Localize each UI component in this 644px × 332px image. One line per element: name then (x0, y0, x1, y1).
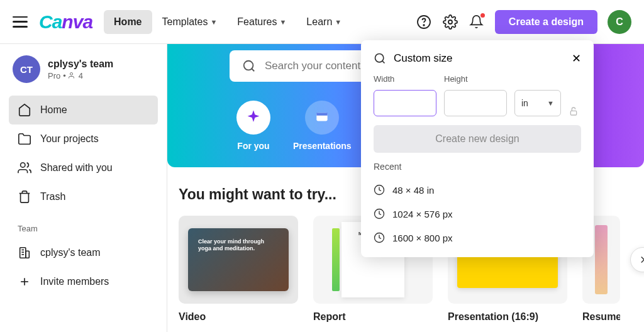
category-for-you[interactable]: For you (236, 101, 270, 151)
bell-icon[interactable] (469, 14, 485, 30)
team-meta: Pro•4 (48, 71, 113, 80)
sidebar: CT cplysy's team Pro•4 Home Your project… (0, 44, 167, 332)
recent-size-label: 1600 × 800 px (392, 233, 453, 243)
sidebar-item-team[interactable]: cplysy's team (9, 238, 158, 267)
category-label: Presentations (293, 141, 352, 151)
presentation-icon (305, 101, 339, 135)
category-presentations[interactable]: Presentations (293, 101, 352, 151)
svg-line-17 (382, 61, 385, 64)
clock-icon (374, 184, 385, 196)
nav-label: Home (114, 16, 142, 28)
svg-rect-15 (317, 113, 328, 115)
card-thumbnail: Clear your mind through yoga and meditat… (179, 216, 298, 304)
lock-icon[interactable] (569, 106, 579, 116)
top-header: Canva Home Templates▼ Features▼ Learn▼ C… (0, 0, 644, 44)
create-new-design-button[interactable]: Create new design (374, 125, 581, 153)
unit-select[interactable]: in ▼ (514, 90, 561, 116)
clock-icon (374, 232, 385, 243)
svg-point-1 (423, 25, 425, 26)
chevron-down-icon: ▼ (547, 99, 554, 107)
svg-point-3 (70, 73, 72, 75)
sidebar-section-team: Team (18, 224, 158, 233)
chevron-down-icon: ▼ (279, 18, 286, 26)
card-label: Report (313, 311, 433, 323)
team-header[interactable]: CT cplysy's team Pro•4 (9, 55, 158, 83)
sidebar-item-label: Invite members (40, 276, 109, 287)
svg-rect-18 (570, 111, 576, 115)
gear-icon[interactable] (442, 14, 458, 30)
chevron-down-icon: ▼ (210, 18, 217, 26)
team-name: cplysy's team (48, 58, 113, 70)
svg-point-12 (244, 61, 253, 70)
nav-label: Templates (162, 16, 208, 28)
sidebar-item-shared[interactable]: Shared with you (9, 153, 158, 182)
card-label: Resume (582, 311, 620, 323)
team-badge: CT (13, 55, 40, 83)
nav-templates[interactable]: Templates▼ (152, 10, 228, 34)
card-label: Presentation (16:9) (448, 311, 567, 323)
sidebar-item-label: cplysy's team (40, 247, 101, 258)
custom-size-popover: ✕ Width Height in ▼ Create new design Re… (361, 40, 594, 257)
nav-home[interactable]: Home (104, 10, 152, 34)
sidebar-item-home[interactable]: Home (9, 96, 158, 124)
recent-label: Recent (374, 162, 581, 172)
search-icon (374, 52, 386, 65)
nav-label: Learn (306, 16, 332, 28)
user-avatar[interactable]: C (608, 10, 631, 34)
recent-size-item[interactable]: 1024 × 576 px (374, 202, 581, 226)
folder-icon (18, 132, 31, 146)
canva-logo[interactable]: Canva (39, 11, 92, 33)
building-icon (18, 246, 31, 260)
card-video[interactable]: Clear your mind through yoga and meditat… (179, 216, 298, 323)
sidebar-item-label: Your projects (40, 133, 99, 145)
svg-rect-5 (20, 248, 26, 258)
height-field: Height (444, 74, 507, 116)
scroll-right-button[interactable] (630, 247, 644, 272)
svg-point-2 (448, 20, 452, 24)
recent-size-label: 48 × 48 in (392, 185, 434, 196)
nav-label: Features (237, 16, 277, 28)
width-label: Width (374, 74, 436, 84)
main-nav: Home Templates▼ Features▼ Learn▼ (104, 10, 352, 34)
notification-dot (480, 13, 485, 18)
sidebar-item-projects[interactable]: Your projects (9, 124, 158, 153)
sidebar-item-invite[interactable]: Invite members (9, 267, 158, 296)
recent-size-label: 1024 × 576 px (392, 209, 453, 219)
popover-search-input[interactable] (394, 52, 564, 65)
nav-learn[interactable]: Learn▼ (296, 10, 352, 34)
sidebar-item-label: Trash (40, 191, 65, 202)
sidebar-item-label: Home (40, 104, 67, 116)
card-label: Video (179, 311, 298, 323)
people-icon (18, 161, 31, 175)
close-icon[interactable]: ✕ (572, 52, 581, 65)
height-input[interactable] (444, 90, 507, 116)
recent-size-item[interactable]: 48 × 48 in (374, 178, 581, 202)
svg-point-16 (375, 54, 384, 62)
svg-point-4 (21, 163, 25, 167)
header-right: Create a design C (416, 10, 631, 34)
width-input[interactable] (374, 90, 436, 116)
search-icon (242, 59, 256, 73)
sidebar-item-label: Shared with you (40, 162, 113, 174)
svg-rect-6 (26, 251, 30, 258)
width-field: Width (374, 74, 436, 116)
svg-line-13 (252, 69, 254, 71)
category-label: For you (237, 141, 269, 151)
chevron-down-icon: ▼ (335, 18, 341, 26)
unit-value: in (521, 98, 528, 108)
nav-features[interactable]: Features▼ (227, 10, 296, 34)
sparkle-icon (236, 101, 270, 135)
help-icon[interactable] (416, 14, 432, 30)
sidebar-item-trash[interactable]: Trash (9, 182, 158, 211)
clock-icon (374, 208, 385, 219)
height-label: Height (444, 74, 507, 84)
plus-icon (18, 275, 31, 289)
recent-size-item[interactable]: 1600 × 800 px (374, 226, 581, 250)
menu-icon[interactable] (13, 16, 28, 28)
create-design-button[interactable]: Create a design (495, 10, 597, 34)
trash-icon (18, 190, 31, 204)
home-icon (18, 103, 31, 117)
